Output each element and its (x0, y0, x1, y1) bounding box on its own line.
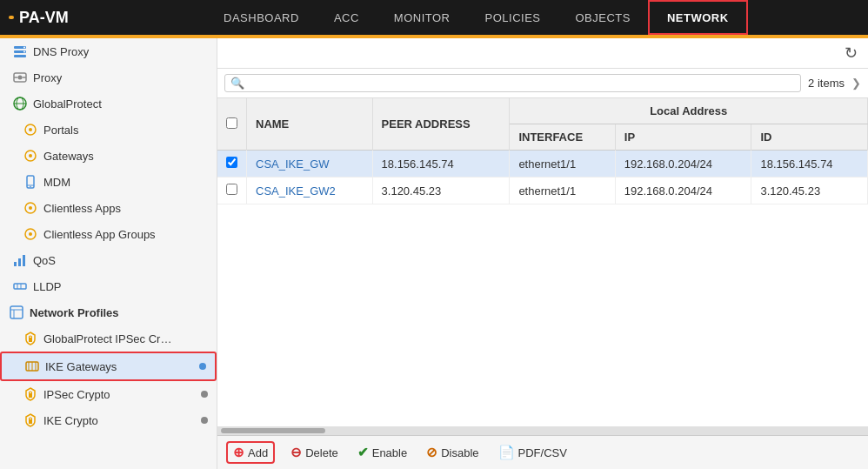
app-logo: PA-VM (9, 9, 69, 27)
sidebar-dns-proxy-label: DNS Proxy (33, 45, 89, 58)
lldp-icon (12, 278, 28, 294)
gateways-icon (23, 148, 38, 164)
nav-objects[interactable]: OBJECTS (558, 0, 647, 35)
row2-name[interactable]: CSA_IKE_GW2 (247, 178, 373, 204)
portals-icon (23, 122, 38, 137)
ipsec-crypto-indicator (201, 391, 208, 398)
col-ip-header: IP (615, 124, 751, 151)
nav-policies[interactable]: POLICIES (468, 0, 558, 35)
scrollbar-thumb[interactable] (221, 428, 325, 433)
row2-checkbox[interactable] (226, 184, 237, 195)
sidebar-item-network-profiles[interactable]: Network Profiles (0, 299, 217, 325)
add-button[interactable]: ⊕ Add (226, 441, 275, 464)
mdm-icon (23, 174, 38, 190)
sidebar-proxy-label: Proxy (33, 71, 62, 84)
top-navigation: PA-VM DASHBOARD ACC MONITOR POLICIES OBJ… (0, 0, 868, 35)
ike-gateways-icon (24, 358, 40, 374)
search-input[interactable] (248, 77, 795, 90)
row1-peer-address: 18.156.145.74 (372, 151, 510, 178)
sidebar-item-gateways[interactable]: Gateways (0, 143, 217, 169)
nav-monitor[interactable]: MONITOR (377, 0, 468, 35)
select-all-checkbox[interactable] (226, 117, 237, 129)
sidebar-qos-label: QoS (33, 254, 56, 267)
sidebar-item-portals[interactable]: Portals (0, 117, 217, 143)
sidebar-item-ike-crypto[interactable]: IKE Crypto (0, 407, 217, 433)
nav-network[interactable]: NETWORK (648, 0, 748, 35)
ipsec-crypto-icon (23, 386, 38, 402)
sidebar-mdm-label: MDM (43, 176, 70, 189)
nav-acc[interactable]: ACC (317, 0, 377, 35)
pdf-csv-button[interactable]: 📄 PDF/CSV (495, 443, 571, 462)
refresh-button[interactable]: ↻ (845, 44, 858, 63)
col-id-header: ID (751, 124, 868, 151)
col-name-header: NAME (247, 98, 373, 151)
row2-checkbox-cell[interactable] (217, 178, 247, 204)
delete-button[interactable]: ⊖ Delete (287, 443, 342, 462)
col-peer-address-header: PEER ADDRESS (372, 98, 510, 151)
sidebar-item-proxy[interactable]: Proxy (0, 64, 217, 90)
svg-rect-2 (14, 55, 26, 57)
sidebar-item-globalprotect-ipsec[interactable]: GlobalProtect IPSec Cr… (0, 325, 217, 352)
app-name: PA-VM (19, 9, 69, 27)
row1-checkbox-cell[interactable] (217, 151, 247, 178)
col-local-address-group: Local Address (510, 98, 868, 124)
sidebar-item-lldp[interactable]: LLDP (0, 273, 217, 299)
sidebar-item-globalprotect[interactable]: GlobalProtect (0, 90, 217, 117)
delete-label: Delete (305, 446, 338, 459)
sidebar-clientless-app-groups-label: Clientless App Groups (43, 228, 156, 241)
nav-dashboard[interactable]: DASHBOARD (206, 0, 317, 35)
row1-checkbox[interactable] (226, 157, 237, 168)
pa-icon (9, 16, 14, 19)
search-row: 🔍 2 items ❯ (217, 69, 868, 98)
enable-icon: ✔ (357, 445, 369, 460)
svg-point-18 (30, 186, 31, 188)
row1-name[interactable]: CSA_IKE_GW (247, 151, 373, 178)
search-box[interactable]: 🔍 (224, 74, 801, 92)
svg-rect-23 (14, 262, 17, 266)
delete-icon: ⊖ (290, 445, 302, 460)
horizontal-scrollbar[interactable] (217, 426, 868, 435)
sidebar-gateways-label: Gateways (43, 150, 94, 163)
content-toolbar: ↻ (217, 38, 868, 69)
table-container: NAME PEER ADDRESS Local Address INTERFAC… (217, 98, 868, 426)
row1-id: 18.156.145.74 (751, 151, 868, 178)
row2-name-link[interactable]: CSA_IKE_GW2 (256, 184, 336, 198)
sidebar-ike-crypto-label: IKE Crypto (43, 414, 98, 427)
sidebar-item-ipsec-crypto[interactable]: IPSec Crypto (0, 381, 217, 407)
row2-peer-address: 3.120.45.23 (372, 178, 510, 204)
sidebar-item-mdm[interactable]: MDM (0, 169, 217, 195)
ike-gateways-indicator (199, 363, 206, 370)
ike-gateways-table: NAME PEER ADDRESS Local Address INTERFAC… (217, 98, 868, 204)
sidebar-item-clientless-apps[interactable]: Clientless Apps (0, 195, 217, 221)
sidebar-globalprotect-label: GlobalProtect (33, 97, 102, 111)
svg-rect-26 (14, 284, 26, 289)
sidebar-item-clientless-app-groups[interactable]: Clientless App Groups (0, 221, 217, 247)
table-row: CSA_IKE_GW2 3.120.45.23 ethernet1/1 192.… (217, 178, 868, 204)
sidebar-item-dns-proxy[interactable]: DNS Proxy (0, 38, 217, 64)
clientless-app-groups-icon (23, 226, 38, 242)
sidebar-lldp-label: LLDP (33, 280, 62, 293)
proxy-icon (12, 70, 28, 85)
disable-label: Disable (441, 446, 478, 459)
ike-crypto-indicator (201, 417, 208, 424)
sidebar-portals-label: Portals (43, 124, 78, 137)
add-icon: ⊕ (233, 445, 244, 460)
pdf-csv-icon: 📄 (498, 445, 515, 460)
svg-point-3 (23, 47, 25, 49)
svg-point-20 (29, 206, 32, 210)
svg-point-33 (30, 336, 32, 338)
nav-menu: DASHBOARD ACC MONITOR POLICIES OBJECTS N… (95, 0, 859, 35)
globalprotect-icon (12, 96, 28, 111)
chevron-right-icon: ❯ (851, 77, 861, 90)
disable-button[interactable]: ⊘ Disable (423, 443, 482, 462)
enable-button[interactable]: ✔ Enable (354, 443, 411, 462)
pdf-csv-label: PDF/CSV (518, 446, 567, 459)
row1-name-link[interactable]: CSA_IKE_GW (256, 157, 330, 171)
gp-ipsec-icon (23, 331, 38, 346)
svg-point-41 (30, 418, 32, 420)
row1-ip: 192.168.0.204/24 (615, 151, 751, 178)
sidebar-item-qos[interactable]: QoS (0, 247, 217, 273)
sidebar-item-ike-gateways[interactable]: IKE Gateways (0, 352, 217, 381)
svg-point-4 (23, 51, 25, 53)
search-icon: 🔍 (230, 77, 244, 90)
